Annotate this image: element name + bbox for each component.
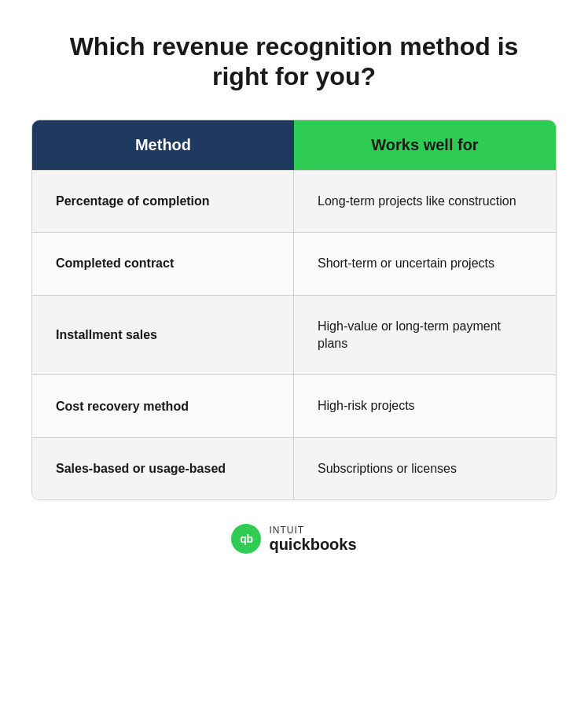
page-title: Which revenue recognition method is righ…	[58, 31, 530, 92]
table-header: Method Works well for	[32, 120, 556, 170]
table-row: Percentage of completion Long-term proje…	[32, 170, 556, 232]
method-cell-1: Percentage of completion	[32, 171, 294, 232]
method-cell-2: Completed contract	[32, 233, 294, 294]
comparison-table: Method Works well for Percentage of comp…	[31, 120, 557, 500]
table-row: Completed contract Short-term or uncerta…	[32, 232, 556, 294]
works-cell-5: Subscriptions or licenses	[294, 438, 556, 499]
table-row: Sales-based or usage-based Subscriptions…	[32, 437, 556, 499]
works-cell-1: Long-term projects like construction	[294, 171, 556, 232]
brand-quickbooks-label: quickbooks	[269, 536, 356, 553]
table-row: Installment sales High-value or long-ter…	[32, 295, 556, 375]
quickbooks-logo: qb	[231, 524, 261, 554]
method-cell-3: Installment sales	[32, 296, 294, 375]
works-cell-2: Short-term or uncertain projects	[294, 233, 556, 294]
table-row: Cost recovery method High-risk projects	[32, 374, 556, 437]
header-method: Method	[32, 120, 294, 170]
header-works: Works well for	[294, 120, 556, 170]
works-cell-3: High-value or long-term payment plans	[294, 296, 556, 375]
footer-branding: qb INTUIT quickbooks	[231, 524, 356, 554]
method-cell-4: Cost recovery method	[32, 375, 294, 437]
method-cell-5: Sales-based or usage-based	[32, 438, 294, 499]
logo-icon: qb	[240, 533, 252, 545]
brand-name: INTUIT quickbooks	[269, 525, 356, 553]
brand-intuit-label: INTUIT	[269, 525, 356, 536]
works-cell-4: High-risk projects	[294, 375, 556, 437]
